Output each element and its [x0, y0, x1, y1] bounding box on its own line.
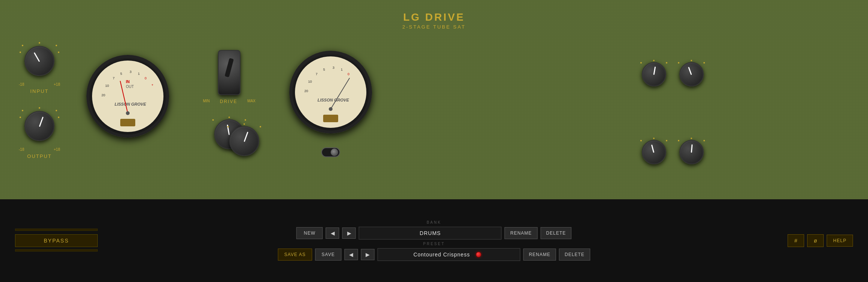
scale-dot [228, 117, 230, 118]
bypass-bar-top [15, 229, 98, 231]
svg-text:5: 5 [120, 72, 122, 76]
new-button[interactable]: NEW [296, 227, 323, 239]
sat-stages-label: SAT STAGES [313, 139, 348, 144]
plugin-area: LG DRIVE 2-STAGE TUBE SAT [0, 0, 868, 199]
drive-label: DRIVE [220, 99, 237, 104]
svg-point-22 [329, 107, 333, 111]
help-button[interactable]: HELP [827, 235, 853, 247]
scale-dot [260, 126, 261, 127]
signal-section: SIGNAL LEVELS 20 10 7 5 3 1 0 + [75, 47, 180, 153]
svg-line-21 [331, 78, 349, 109]
scale-dot [20, 117, 21, 118]
null-button[interactable]: ø [807, 234, 824, 247]
scale-dot [678, 62, 679, 64]
bottom-center-section: BANK NEW ◀ ▶ DRUMS RENAME DELETE PRESET … [278, 199, 590, 282]
scale-dot [39, 107, 40, 109]
bank-prev-button[interactable]: ◀ [326, 227, 339, 239]
lo-cut-group: LO CUT [639, 120, 706, 126]
svg-text:3: 3 [333, 66, 334, 70]
hi-cut-1-label: OFF [650, 90, 657, 94]
bypass-bar-bottom [15, 249, 98, 252]
save-as-button[interactable]: SAVE AS [278, 249, 312, 261]
tone-min: DARK [205, 154, 215, 158]
hi-cut-2-label: 20HZ [687, 90, 696, 94]
scale-dot [640, 62, 642, 64]
lo-cut-2-label: 20KHZ [686, 168, 697, 172]
stage-1-num: 1 [315, 149, 318, 155]
svg-text:20: 20 [101, 93, 105, 97]
sat-stages: 1 2 [315, 147, 346, 157]
scale-dot [703, 140, 705, 141]
signal-title: SIGNAL LEVELS [103, 47, 152, 52]
svg-text:5: 5 [323, 68, 325, 71]
sat-vu-face: 20 10 7 5 3 1 0 LISSON GROVE [295, 56, 366, 128]
preset-modified-indicator [476, 252, 481, 257]
preset-row: SAVE AS SAVE ◀ ▶ Contoured Crispness REN… [278, 248, 590, 261]
save-button[interactable]: SAVE [315, 249, 341, 261]
sat-title: SATURATION [311, 42, 351, 48]
input-knob[interactable] [24, 46, 54, 76]
scale-dot [653, 138, 655, 139]
stage-2-num: 2 [343, 149, 346, 155]
lo-cut-title: LO CUT [662, 120, 683, 126]
drive-max: MAX [247, 99, 256, 104]
output-knob[interactable] [24, 111, 54, 141]
hi-cut-top-scale: 6 12 18 [639, 44, 706, 48]
app-container: LG DRIVE 2-STAGE TUBE SAT [0, 0, 868, 282]
vu-face: 20 10 7 5 3 1 0 + IN OUT LISSON GROVE [92, 61, 163, 132]
bank-rename-button[interactable]: RENAME [505, 227, 537, 239]
scale-dot [243, 123, 245, 125]
bypass-button[interactable]: BYPASS [15, 234, 98, 247]
svg-text:0: 0 [348, 72, 349, 76]
hi-cut-knob-1[interactable] [642, 62, 666, 86]
sat-stage-toggle[interactable] [321, 147, 340, 157]
svg-text:1: 1 [138, 72, 140, 76]
mix-max: WET [259, 161, 267, 165]
preset-label: PRESET [278, 242, 590, 246]
svg-text:10: 10 [308, 80, 312, 83]
bank-delete-button[interactable]: DELETE [540, 227, 572, 239]
svg-text:1: 1 [341, 68, 343, 71]
stage-toggle-knob [331, 149, 338, 156]
drive-section: MIN DRIVE MAX DARK BRIGHT TONE [192, 50, 267, 172]
output-min: -18 [19, 147, 24, 152]
input-max: +18 [54, 82, 60, 86]
hash-button[interactable]: # [788, 234, 804, 247]
scale-dot [666, 62, 667, 64]
bank-row: NEW ◀ ▶ DRUMS RENAME DELETE [296, 227, 572, 240]
drive-toggle[interactable] [218, 50, 240, 95]
preset-name-display: Contoured Crispness [377, 248, 520, 261]
scale-dot [227, 126, 229, 127]
scale-dot [58, 52, 59, 53]
preset-rename-button[interactable]: RENAME [523, 249, 556, 261]
output-max: +18 [54, 147, 60, 152]
svg-text:10: 10 [105, 84, 109, 88]
bank-next-button[interactable]: ▶ [342, 227, 356, 239]
svg-text:7: 7 [316, 72, 318, 76]
hi-cut-knobs: OFF 20HZ [639, 59, 706, 94]
bank-name-display: DRUMS [359, 227, 502, 240]
svg-text:IN: IN [126, 80, 130, 84]
scale-dot [56, 45, 57, 46]
svg-point-12 [126, 111, 130, 115]
preset-prev-button[interactable]: ◀ [344, 249, 358, 260]
drive-labels: MIN DRIVE MAX [203, 99, 256, 104]
scale-dot [212, 119, 214, 121]
svg-text:LISSON GROVE: LISSON GROVE [318, 98, 349, 102]
preset-next-button[interactable]: ▶ [361, 249, 374, 260]
mix-knob[interactable] [229, 126, 259, 156]
input-min: -18 [19, 82, 24, 86]
hi-cut-knob-2[interactable] [679, 62, 704, 86]
svg-text:+: + [151, 83, 153, 87]
lo-cut-knob-2[interactable] [679, 140, 704, 164]
lo-cut-knob-1[interactable] [642, 140, 666, 164]
scale-dot [22, 110, 23, 111]
scale-dot [245, 119, 246, 121]
scale-dot [20, 52, 21, 53]
preset-delete-button[interactable]: DELETE [559, 249, 590, 261]
lo-cut-top-scale: 6 12 18 [639, 105, 706, 109]
bottom-right-section: # ø HELP [788, 234, 853, 247]
mix-label: MIX [239, 167, 250, 172]
sat-section: SATURATION 20 10 7 5 3 1 0 LISSON GROVE [278, 42, 383, 157]
preset-name-text: Contoured Crispness [413, 252, 470, 258]
